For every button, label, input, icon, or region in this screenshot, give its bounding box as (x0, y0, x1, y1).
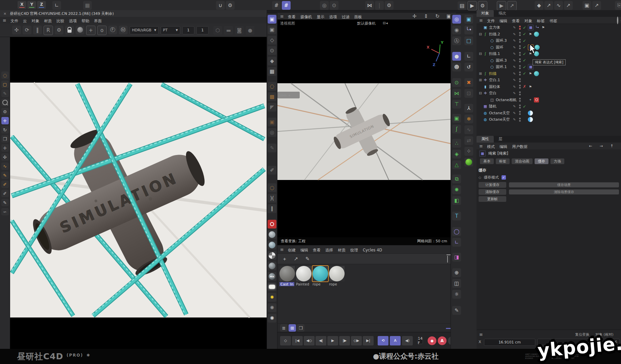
samples-field-1[interactable]: 1 (182, 26, 194, 34)
material-preview[interactable] (296, 266, 312, 281)
hex-edit-icon[interactable]: ✎ (452, 306, 461, 315)
material-picker-icon[interactable]: Ⓜ (119, 26, 128, 34)
attr-tab-力场[interactable]: 力场 (550, 158, 564, 164)
external-open-icon[interactable]: ↗ (592, 1, 601, 10)
torus-purple-icon[interactable]: ◯ (452, 227, 461, 236)
circle-select-icon[interactable]: ◌ (268, 183, 276, 192)
dots-cluster-icon[interactable]: ⁘ (464, 147, 473, 156)
清除缓存-button[interactable]: 清除缓存 (479, 189, 506, 195)
curve-editor-icon[interactable]: ∿ (554, 1, 563, 10)
object-row-Octane相机[interactable]: ◫Octane相机✎⌖ (477, 97, 621, 103)
line-pen-icon[interactable]: ✎ (1, 199, 9, 206)
planes-pink-icon[interactable]: ◨ (452, 253, 461, 262)
material-item-Cast_In[interactable]: Cast_In (279, 266, 295, 286)
visibility-dots[interactable] (519, 45, 521, 49)
delete-material-icon[interactable] (447, 256, 448, 262)
menu-item-编辑[interactable]: 编辑 (300, 248, 308, 252)
object-name[interactable]: 圆环.3 (496, 58, 507, 63)
material-name[interactable]: rope (329, 282, 337, 286)
cube-green-icon[interactable]: ▣ (452, 114, 461, 123)
object-row-圆柱体[interactable]: ▮圆柱体✎✗⚑ (477, 84, 621, 90)
content-browser-icon[interactable]: ▣ (583, 1, 591, 10)
menu-item-过滤[interactable]: 过滤 (342, 14, 349, 19)
edit-pencil-icon[interactable]: ✎ (513, 26, 516, 29)
edit-pencil-icon[interactable]: ✎ (513, 72, 516, 75)
x-particle-icon[interactable]: ✖ (464, 78, 473, 87)
edit-pencil-icon[interactable]: ✎ (513, 78, 516, 82)
search-icon[interactable] (617, 17, 618, 24)
drop-target-icon[interactable]: ⊡ (464, 89, 473, 98)
tool-settings-icon[interactable]: ⚙ (1, 108, 9, 115)
axis-cube-icon[interactable]: ∟ (452, 238, 461, 247)
material-preview[interactable] (313, 266, 328, 281)
mirror-settings-icon[interactable]: ⚙ (385, 1, 394, 10)
清除场景缓存-button[interactable]: 清除场景缓存 (509, 189, 619, 194)
visibility-dots[interactable] (519, 58, 521, 62)
kernel-dropdown[interactable]: PT▼ (161, 26, 180, 34)
enabled-state-icon[interactable]: ✓ (523, 104, 526, 109)
menu-item-↑[interactable]: ↑ (610, 144, 614, 148)
spline-hex-pen-icon[interactable]: ✐ (1, 181, 9, 188)
fold-diamond-icon[interactable]: ◇ (479, 176, 481, 179)
object-row-扫描.2[interactable]: ⊟ʃ扫描.2✎✓⚑ (477, 31, 621, 37)
radial-guide-icon[interactable]: ◎ (320, 1, 329, 10)
current-frame-field[interactable]: 14 F (417, 337, 423, 344)
edit-pencil-icon[interactable]: ✎ (513, 118, 516, 121)
visibility-dots[interactable] (519, 104, 521, 109)
material-item-rope[interactable]: rope (313, 266, 328, 286)
redcam-tag-icon[interactable] (534, 97, 539, 102)
menu-item-云[interactable]: 云 (23, 19, 27, 23)
close-icon[interactable]: × (3, 11, 6, 16)
spline-path-icon[interactable]: ∿ (464, 125, 473, 134)
camera-lens-icon[interactable]: ◎ (452, 15, 461, 24)
menu-item-文件[interactable]: 文件 (10, 19, 18, 23)
object-row-扫描[interactable]: ⊞ʃ扫描✎✓⚑ (477, 70, 621, 77)
move-tool-icon[interactable]: ✛ (1, 117, 9, 124)
metaball-icon[interactable]: ◈ (452, 150, 461, 158)
visibility-dots[interactable] (519, 111, 521, 115)
next-key-button[interactable]: ◇▶ (351, 336, 362, 345)
move-axis-icon[interactable]: ✛ (1, 144, 9, 152)
cube-pair-icon[interactable]: ◧ (452, 196, 461, 205)
separator[interactable]: | (375, 1, 384, 10)
menu-item-创建[interactable]: 创建 (288, 248, 296, 252)
expander-icon[interactable]: ⊞ (479, 78, 482, 82)
object-row-空白[interactable]: ⊟✛空白✎ (477, 90, 621, 96)
simulate-dot-icon[interactable]: ⊙ (452, 78, 461, 87)
edit-pencil-icon[interactable]: ✎ (513, 59, 516, 62)
menu-item-纹理[interactable]: 纹理 (350, 248, 358, 252)
sun-icon[interactable]: ✸ (268, 293, 276, 302)
更新帧-button[interactable]: 更新帧 (479, 196, 506, 202)
menu-item-对象[interactable]: 对象 (31, 19, 39, 23)
large-view-icon[interactable]: ❒ (297, 324, 304, 332)
gear-flower-icon[interactable]: ✺ (268, 303, 276, 312)
material-silver-icon[interactable] (268, 230, 276, 239)
rectangle-spline-icon[interactable]: □ (464, 36, 473, 45)
comb-icon[interactable]: ∥ (268, 204, 276, 213)
render-restart-icon[interactable]: ⟳ (23, 26, 31, 34)
menu-item-Cycles 4D[interactable]: Cycles 4D (363, 248, 382, 252)
object-name[interactable]: Octane天空 (489, 111, 510, 116)
enabled-state-icon[interactable]: ✓ (523, 45, 526, 50)
menu-hamburger-icon[interactable]: ≡ (479, 332, 483, 337)
z-axis-button[interactable]: Z (37, 1, 46, 9)
tex-tag-icon[interactable] (534, 32, 539, 37)
tab-层[interactable]: 层 (494, 136, 507, 143)
attr-tab-基本[interactable]: 基本 (480, 158, 494, 164)
axis-l-icon[interactable]: ∟ (464, 52, 473, 61)
spline-square-pen-icon[interactable]: ✎ (1, 172, 9, 179)
menu-item-面板[interactable]: 面板 (354, 14, 362, 19)
array-icon[interactable]: ∴ (452, 139, 461, 148)
menu-hamburger-icon[interactable]: ≡ (479, 18, 483, 23)
perspective-viewport[interactable]: SIMULATION Y X Z ▭▭ ＋ 透视视图 默认摄像机 ⊟◂ (277, 20, 451, 237)
eye-icon[interactable]: ◉ (452, 26, 461, 34)
render-picture-icon[interactable]: ▶ (467, 1, 477, 10)
focus-picker-icon[interactable]: Ⓕ (108, 26, 117, 34)
menu-item-帮助[interactable]: 帮助 (81, 19, 89, 23)
object-row-圆环[interactable]: ○圆环✎✓▩ (477, 44, 621, 51)
sound-button[interactable]: ◀) (402, 336, 413, 345)
autokey-record-button[interactable]: A (438, 336, 447, 345)
snap-settings-icon[interactable]: ⚙ (226, 1, 235, 10)
joint-figure-icon[interactable]: ⅄ (464, 104, 473, 113)
menu-item-→[interactable]: → (600, 144, 603, 148)
